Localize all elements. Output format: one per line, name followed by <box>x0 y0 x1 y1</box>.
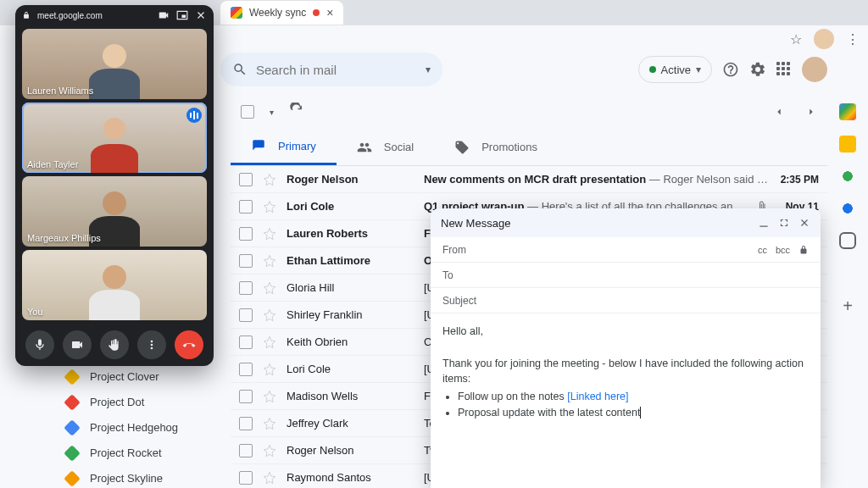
label-name: Project Hedgehog <box>90 421 178 434</box>
browser-toolbar-right: ☆ ⋮ <box>790 29 860 49</box>
label-item[interactable]: Project Hedgehog <box>58 417 186 438</box>
pip-close-icon[interactable] <box>195 9 207 21</box>
participant-tile[interactable]: Margeaux Phillips <box>22 176 207 247</box>
star-icon[interactable] <box>263 281 276 295</box>
row-checkbox[interactable] <box>239 363 253 376</box>
row-checkbox[interactable] <box>239 444 253 458</box>
row-checkbox[interactable] <box>239 281 253 295</box>
time: 2:35 PM <box>778 174 819 186</box>
star-icon[interactable] <box>263 444 276 458</box>
linked-here-link[interactable]: [Linked here] <box>567 391 628 402</box>
bookmark-star-icon[interactable]: ☆ <box>790 31 802 47</box>
browser-tab[interactable]: Weekly sync × <box>220 1 343 25</box>
pager <box>773 106 817 118</box>
fullscreen-icon[interactable] <box>778 217 790 229</box>
compose-header[interactable]: New Message <box>431 208 821 237</box>
pip-participant-grid: Lauren Williams Aiden Tayler Margeaux Ph… <box>15 25 214 324</box>
keep-addon-icon[interactable] <box>839 136 856 152</box>
settings-gear-icon[interactable] <box>749 61 766 78</box>
row-checkbox[interactable] <box>239 471 253 485</box>
sidebar-labels: Project CloverProject DotProject Hedgeho… <box>58 366 186 488</box>
tab-primary[interactable]: Primary <box>231 129 337 165</box>
sender: Madison Wells <box>287 390 414 402</box>
email-row[interactable]: Roger Nelson New comments on MCR draft p… <box>231 166 827 193</box>
tab-close-icon[interactable]: × <box>326 6 333 19</box>
tasks-addon-icon[interactable] <box>839 200 856 217</box>
status-chip[interactable]: Active ▾ <box>638 56 712 83</box>
camera-button[interactable] <box>63 330 92 359</box>
cc-link[interactable]: cc <box>758 245 767 255</box>
camera-icon[interactable] <box>158 9 170 21</box>
compose-window: New Message From cc bcc To Subject Hello… <box>431 208 821 488</box>
meet-pip-window[interactable]: meet.google.com Lauren Williams Aiden Ta… <box>15 5 214 366</box>
search-input[interactable] <box>256 63 417 77</box>
label-item[interactable]: Project Dot <box>58 391 186 413</box>
contacts-addon-icon[interactable] <box>839 232 856 249</box>
chrome-profile-avatar[interactable] <box>814 29 834 49</box>
apps-grid-icon[interactable] <box>776 62 792 77</box>
row-checkbox[interactable] <box>239 417 253 430</box>
participant-tile-active[interactable]: Aiden Tayler <box>22 103 207 173</box>
mute-button[interactable] <box>25 330 54 359</box>
tab-social[interactable]: Social <box>337 129 434 165</box>
compose-from-field[interactable]: From cc bcc <box>431 237 821 263</box>
star-icon[interactable] <box>263 363 276 376</box>
browser-menu-icon[interactable]: ⋮ <box>846 31 860 47</box>
pip-return-icon[interactable] <box>176 9 188 21</box>
account-avatar[interactable] <box>802 57 827 82</box>
row-checkbox[interactable] <box>239 173 253 186</box>
star-icon[interactable] <box>263 173 276 186</box>
sender: Gloria Hill <box>287 281 414 294</box>
compose-to-field[interactable]: To <box>431 263 821 288</box>
help-icon[interactable] <box>722 61 739 78</box>
star-icon[interactable] <box>263 417 276 430</box>
row-checkbox[interactable] <box>239 200 253 214</box>
compose-body[interactable]: Hello all, Thank you for joining the mee… <box>431 313 821 431</box>
tab-dirty-indicator-icon <box>313 9 320 16</box>
star-icon[interactable] <box>263 200 276 214</box>
search-options-icon[interactable]: ▾ <box>426 64 431 75</box>
tab-promotions[interactable]: Promotions <box>434 129 558 165</box>
add-addon-icon[interactable]: + <box>843 297 853 316</box>
phone-addon-icon[interactable] <box>839 168 856 185</box>
participant-tile-self[interactable]: You <box>22 250 207 320</box>
raise-hand-button[interactable] <box>100 330 129 359</box>
sender: Lauren Roberts <box>287 227 414 240</box>
star-icon[interactable] <box>263 308 276 322</box>
search-icon <box>232 62 248 77</box>
row-checkbox[interactable] <box>239 390 253 403</box>
bcc-link[interactable]: bcc <box>776 245 790 255</box>
tag-icon <box>454 140 470 155</box>
row-checkbox[interactable] <box>239 308 253 322</box>
star-icon[interactable] <box>263 254 276 268</box>
label-item[interactable]: Project Clover <box>58 366 186 387</box>
star-icon[interactable] <box>263 336 276 349</box>
end-call-button[interactable] <box>175 330 203 359</box>
star-icon[interactable] <box>263 227 276 241</box>
search-box[interactable]: ▾ <box>220 53 442 86</box>
select-all-checkbox[interactable] <box>241 105 254 119</box>
prev-page-icon[interactable] <box>773 106 785 118</box>
participant-tile[interactable]: Lauren Williams <box>22 29 207 99</box>
pip-titlebar: meet.google.com <box>15 5 214 25</box>
row-checkbox[interactable] <box>239 336 253 349</box>
lock-icon[interactable] <box>798 245 809 255</box>
label-item[interactable]: Project Rocket <box>58 442 186 463</box>
inbox-icon <box>251 138 266 153</box>
label-item[interactable]: Project Skyline <box>58 468 186 488</box>
more-options-button[interactable] <box>137 330 166 359</box>
minimize-icon[interactable] <box>758 217 770 229</box>
select-menu-caret-icon[interactable]: ▾ <box>270 108 274 117</box>
compose-subject-field[interactable]: Subject <box>431 288 821 313</box>
row-checkbox[interactable] <box>239 227 253 241</box>
chevron-down-icon[interactable]: ▾ <box>696 64 701 75</box>
star-icon[interactable] <box>263 390 276 403</box>
label-color-icon <box>64 445 81 462</box>
next-page-icon[interactable] <box>805 106 817 118</box>
label-color-icon <box>64 470 81 487</box>
star-icon[interactable] <box>263 471 276 485</box>
refresh-button[interactable] <box>289 103 304 121</box>
close-icon[interactable] <box>798 217 810 229</box>
row-checkbox[interactable] <box>239 254 253 268</box>
calendar-addon-icon[interactable] <box>839 103 856 120</box>
